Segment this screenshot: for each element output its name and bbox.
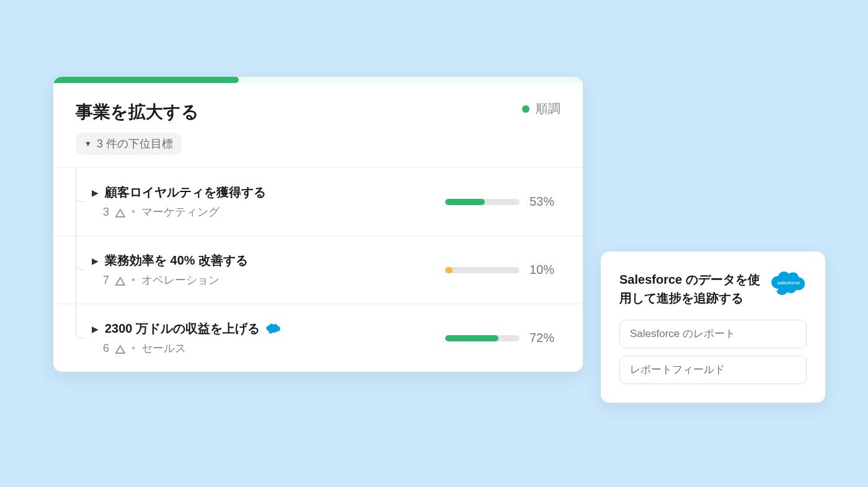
tree-branch-icon	[76, 236, 84, 270]
subgoal-row[interactable]: ▶ 業務効率を 40% 改善する 7 • オペレーション 10%	[53, 236, 583, 304]
subgoal-row[interactable]: ▶ 顧客ロイヤルティを獲得する 3 • マーケティング 53%	[53, 168, 583, 236]
tree-branch-icon	[76, 304, 84, 338]
goal-card: 事業を拡大する ▼ 3 件の下位目標 順調 ▶ 顧客ロイヤルティを獲得する 3	[53, 77, 583, 372]
svg-text:salesforce: salesforce	[777, 280, 800, 286]
progress-percent: 53%	[529, 195, 560, 209]
progress-indicator: 53%	[445, 195, 560, 209]
subgoal-meta: 7 • オペレーション	[103, 273, 445, 287]
triangle-icon	[115, 208, 125, 216]
report-field-input[interactable]	[619, 356, 807, 384]
progress-fill	[445, 199, 485, 205]
progress-track	[445, 335, 520, 341]
progress-fill	[445, 335, 498, 341]
salesforce-icon	[266, 323, 281, 334]
subgoal-category: マーケティング	[141, 204, 219, 219]
subgoal-title: 2300 万ドルの収益を上げる	[105, 320, 260, 337]
separator-icon: •	[131, 206, 135, 219]
salesforce-panel-title: Salesforce のデータを使用して進捗を追跡する	[619, 270, 763, 307]
subgoal-category: セールス	[141, 341, 186, 356]
progress-indicator: 10%	[445, 263, 560, 277]
salesforce-logo-icon: salesforce	[771, 270, 807, 297]
separator-icon: •	[131, 342, 135, 355]
expand-caret-icon[interactable]: ▶	[92, 256, 99, 266]
subgoal-count: 6	[103, 342, 109, 355]
subgoal-meta: 6 • セールス	[103, 341, 445, 356]
separator-icon: •	[131, 274, 135, 287]
status-text: 順調	[536, 100, 560, 117]
progress-track	[445, 199, 520, 205]
triangle-icon	[115, 344, 125, 353]
tree-branch-icon	[76, 168, 84, 202]
subgoals-label: 3 件の下位目標	[97, 136, 173, 151]
salesforce-panel: Salesforce のデータを使用して進捗を追跡する salesforce	[601, 252, 825, 403]
subgoals-toggle[interactable]: ▼ 3 件の下位目標	[76, 133, 182, 155]
progress-track	[445, 267, 520, 273]
progress-percent: 72%	[529, 331, 560, 345]
subgoal-row[interactable]: ▶ 2300 万ドルの収益を上げる 6 • セールス	[53, 304, 583, 372]
status-indicator: 順調	[522, 100, 560, 117]
subgoal-meta: 3 • マーケティング	[103, 204, 445, 219]
subgoal-title: 業務効率を 40% 改善する	[105, 252, 248, 269]
caret-down-icon: ▼	[84, 139, 92, 148]
progress-indicator: 72%	[445, 331, 560, 345]
salesforce-report-input[interactable]	[619, 320, 807, 348]
header-progress-track	[53, 77, 583, 83]
goal-title: 事業を拡大する	[76, 100, 199, 124]
triangle-icon	[115, 276, 125, 284]
expand-caret-icon[interactable]: ▶	[92, 324, 99, 334]
subgoal-count: 3	[103, 206, 109, 219]
progress-fill	[445, 267, 453, 273]
subgoal-title: 顧客ロイヤルティを獲得する	[105, 184, 266, 201]
subgoals-list: ▶ 顧客ロイヤルティを獲得する 3 • マーケティング 53%	[53, 167, 583, 372]
expand-caret-icon[interactable]: ▶	[92, 188, 99, 198]
card-header: 事業を拡大する ▼ 3 件の下位目標 順調	[53, 83, 583, 167]
subgoal-category: オペレーション	[141, 273, 219, 287]
status-dot-icon	[522, 105, 529, 113]
header-progress-fill	[53, 77, 239, 83]
progress-percent: 10%	[529, 263, 560, 277]
subgoal-count: 7	[103, 274, 109, 287]
